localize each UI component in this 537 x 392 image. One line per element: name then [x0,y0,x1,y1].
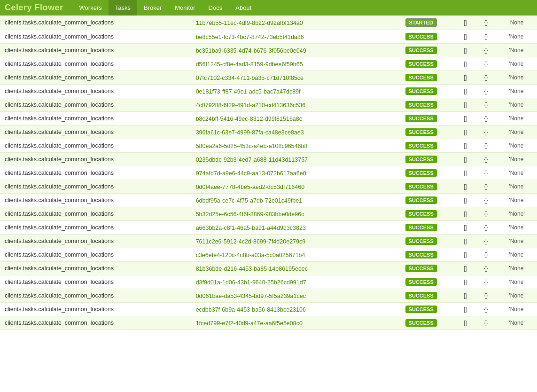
task-uuid[interactable]: 07fc7102-c334-4711-ba35-c71d710f85ce [191,71,387,85]
task-args: [] [455,153,475,166]
task-uuid[interactable]: 7611c2e6-5912-4c2d-8699-7f4d20e279c9 [191,235,387,248]
task-kwargs: {} [475,153,497,166]
task-uuid[interactable]: 11b7eb55-11ec-4df9-8b22-d92afbf134a0 [191,16,387,30]
task-kwargs: {} [475,44,497,57]
task-uuid[interactable]: 4c079288-6f29-491d-a210-cd413636c536 [191,98,387,112]
nav-about[interactable]: About [229,0,258,16]
task-uuid[interactable]: bc351ba9-6335-4d74-b676-3f056be0e049 [191,44,387,57]
task-result: 'None' [497,248,537,262]
task-args: [] [455,98,475,112]
task-uuid[interactable]: c3e6efe4-120c-4c8b-a03a-5c0a025671b4 [191,248,387,262]
task-result: 'None' [497,221,537,235]
task-name: clients.tasks.calculate_common_locations [0,112,191,125]
task-result: 'None' [497,275,537,289]
task-uuid[interactable]: 6dbdf95a-ce7c-4f75-a7db-72e01c49fbe1 [191,194,387,207]
task-uuid[interactable]: 0d061bae-da53-4345-bd97-5f5a239a1cec [191,289,387,303]
task-uuid[interactable]: 396fa61c-63e7-4999-87fa-ca48e3ce8ae3 [191,125,387,139]
task-result: None [497,16,537,30]
task-uuid[interactable]: d3f9d01a-1d06-43b1-9640-25b26cd991d7 [191,275,387,289]
task-state: SUCCESS [387,125,455,139]
task-uuid[interactable]: b8c24bff-5416-49ec-8312-d99f81516a8c [191,112,387,125]
task-name: clients.tasks.calculate_common_locations [0,275,191,289]
task-uuid[interactable]: 974afd7d-a9e6-44c9-aa13-072b617aa6e0 [191,166,387,180]
task-state: SUCCESS [387,235,455,248]
task-name: clients.tasks.calculate_common_locations [0,98,191,112]
task-result: 'None' [497,207,537,221]
task-result: 'None' [497,112,537,125]
task-result: 'None' [497,44,537,57]
nav-broker[interactable]: Broker [137,0,168,16]
brand-flower: Flower [32,3,63,12]
task-result: 'None' [497,85,537,98]
nav-tasks[interactable]: Tasks [109,0,137,16]
task-args: [] [455,166,475,180]
task-result: 'None' [497,180,537,194]
task-name: clients.tasks.calculate_common_locations [0,248,191,262]
task-args: [] [455,180,475,194]
task-kwargs: {} [475,289,497,303]
task-args: [] [455,275,475,289]
task-kwargs: {} [475,316,497,330]
nav-links: Workers Tasks Broker Monitor Docs About [73,0,258,16]
task-uuid[interactable]: 580ea2a6-5d25-453c-a4eb-a108c96546b8 [191,139,387,153]
task-kwargs: {} [475,221,497,235]
task-uuid[interactable]: a663bb2a-c8f1-46a5-ba91-a44d9d3c3823 [191,221,387,235]
task-uuid[interactable]: 5b32d25e-6c56-4f6f-8869-983bbe0de96c [191,207,387,221]
task-result: 'None' [497,71,537,85]
brand[interactable]: Celery Flower [5,3,63,13]
task-uuid[interactable]: 0e181f73-ff87-49e1-adc5-bac7a47dc89f [191,85,387,98]
task-args: [] [455,303,475,316]
task-args: [] [455,71,475,85]
task-result: 'None' [497,98,537,112]
task-uuid[interactable]: be8c55e1-fc73-4bc7-8742-73eb5f41da86 [191,30,387,44]
task-uuid[interactable]: 1fced799-e7f2-40d9-a47e-aa6f5e5e08c0 [191,316,387,330]
task-state: SUCCESS [387,221,455,235]
task-args: [] [455,125,475,139]
task-name: clients.tasks.calculate_common_locations [0,16,191,30]
nav-workers[interactable]: Workers [73,0,109,16]
task-state: SUCCESS [387,139,455,153]
task-result: 'None' [497,57,537,71]
task-kwargs: {} [475,71,497,85]
task-args: [] [455,194,475,207]
task-state: SUCCESS [387,180,455,194]
task-result: 'None' [497,289,537,303]
task-result: 'None' [497,153,537,166]
task-state: SUCCESS [387,166,455,180]
task-state: SUCCESS [387,57,455,71]
task-result: 'None' [497,262,537,275]
task-name: clients.tasks.calculate_common_locations [0,316,191,330]
task-kwargs: {} [475,57,497,71]
task-name: clients.tasks.calculate_common_locations [0,57,191,71]
nav-monitor[interactable]: Monitor [168,0,202,16]
task-kwargs: {} [475,166,497,180]
task-args: [] [455,235,475,248]
task-uuid[interactable]: 0d0f4aee-7778-4be5-aed2-dc53df716460 [191,180,387,194]
task-name: clients.tasks.calculate_common_locations [0,235,191,248]
task-kwargs: {} [475,98,497,112]
task-state: SUCCESS [387,303,455,316]
task-args: [] [455,30,475,44]
task-args: [] [455,139,475,153]
task-state: SUCCESS [387,207,455,221]
task-state: SUCCESS [387,30,455,44]
task-result: 'None' [497,139,537,153]
task-state: SUCCESS [387,44,455,57]
task-state: SUCCESS [387,153,455,166]
task-kwargs: {} [475,303,497,316]
task-args: [] [455,289,475,303]
task-args: [] [455,262,475,275]
task-state: SUCCESS [387,289,455,303]
task-uuid[interactable]: d56f1245-cf8e-4ad3-8159-9dbee6f59b65 [191,57,387,71]
task-uuid[interactable]: 81b36bde-d216-4453-ba85-14e86195eeec [191,262,387,275]
task-args: [] [455,44,475,57]
navbar: Celery Flower Workers Tasks Broker Monit… [0,0,537,16]
nav-docs[interactable]: Docs [202,0,229,16]
task-args: [] [455,248,475,262]
task-uuid[interactable]: ecdbb37f-6b9a-4453-ba56-8413bce23106 [191,303,387,316]
task-state: SUCCESS [387,98,455,112]
task-kwargs: {} [475,235,497,248]
task-args: [] [455,57,475,71]
task-uuid[interactable]: 0235dbdc-92b3-4ed7-a688-11d43d113757 [191,153,387,166]
task-result: 'None' [497,303,537,316]
